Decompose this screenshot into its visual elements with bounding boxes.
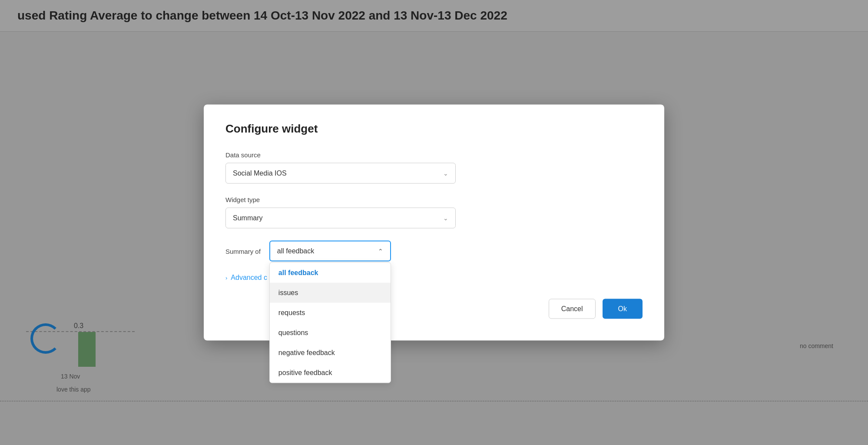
- configure-widget-modal: Configure widget Data source Social Medi…: [204, 105, 664, 341]
- summary-of-select[interactable]: all feedback ⌃: [269, 241, 391, 262]
- summary-of-row: Summary of all feedback ⌃ all feedback i…: [225, 241, 643, 262]
- summary-of-select-wrapper: all feedback ⌃ all feedback issues reque…: [269, 241, 391, 262]
- widget-type-value: Summary: [233, 214, 262, 222]
- modal-title: Configure widget: [225, 122, 643, 136]
- data-source-select[interactable]: Social Media IOS ⌄: [225, 163, 456, 184]
- chevron-up-icon: ⌃: [378, 248, 383, 255]
- summary-of-value: all feedback: [277, 247, 314, 255]
- widget-type-label: Widget type: [225, 196, 643, 203]
- chevron-right-icon: ›: [225, 274, 227, 281]
- ok-button[interactable]: Ok: [603, 299, 643, 319]
- data-source-value: Social Media IOS: [233, 169, 287, 177]
- dropdown-item-negative-feedback[interactable]: negative feedback: [270, 343, 391, 363]
- dropdown-item-positive-feedback[interactable]: positive feedback: [270, 363, 391, 383]
- chevron-down-icon: ⌄: [443, 170, 448, 177]
- chevron-down-icon-2: ⌄: [443, 215, 448, 222]
- widget-type-select[interactable]: Summary ⌄: [225, 208, 456, 229]
- widget-type-group: Widget type Summary ⌄: [225, 196, 643, 229]
- dropdown-item-questions[interactable]: questions: [270, 323, 391, 343]
- summary-of-label: Summary of: [225, 247, 261, 255]
- cancel-button[interactable]: Cancel: [549, 299, 596, 319]
- dropdown-item-requests[interactable]: requests: [270, 303, 391, 323]
- data-source-group: Data source Social Media IOS ⌄: [225, 151, 643, 184]
- summary-of-dropdown: all feedback issues requests questions n…: [269, 262, 391, 383]
- dropdown-item-all-feedback[interactable]: all feedback: [270, 263, 391, 283]
- advanced-label: Advanced c: [231, 274, 267, 282]
- data-source-label: Data source: [225, 151, 643, 159]
- dropdown-item-issues[interactable]: issues: [270, 283, 391, 303]
